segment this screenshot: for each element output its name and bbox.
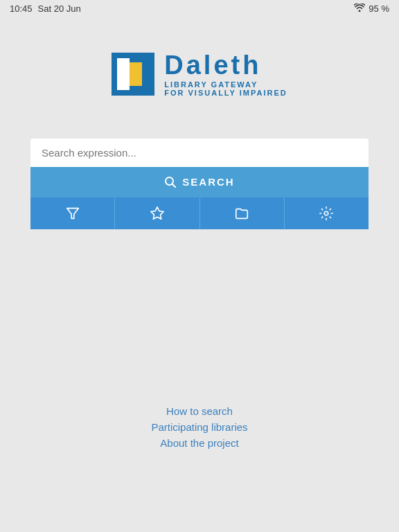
favorites-button[interactable] [115,197,200,229]
star-icon [150,206,165,221]
how-to-search-link[interactable]: How to search [166,405,233,417]
svg-rect-3 [142,58,149,65]
status-left: 10:45 Sat 20 Jun [10,3,81,14]
action-buttons [30,197,369,229]
status-right: 95 % [354,3,389,14]
filter-button[interactable] [30,197,115,229]
folder-icon [234,206,249,221]
about-the-project-link[interactable]: About the project [160,437,238,449]
participating-libraries-link[interactable]: Participating libraries [151,421,247,433]
battery-level: 95 % [369,3,389,14]
svg-marker-7 [151,207,163,219]
svg-rect-2 [130,62,142,86]
status-date: Sat 20 Jun [38,3,81,14]
logo-icon [112,53,154,96]
logo-subtitle2: FOR VISUALLY IMPAIRED [164,89,287,97]
logo-section: Daleth LIBRARY GATEWAY FOR VISUALLY IMPA… [0,17,399,139]
logo-text: Daleth LIBRARY GATEWAY FOR VISUALLY IMPA… [164,51,287,97]
wifi-icon [354,3,365,14]
logo-subtitle1: LIBRARY GATEWAY [164,80,287,89]
search-input[interactable] [30,139,369,167]
search-button[interactable]: SEARCH [30,167,369,197]
status-bar: 10:45 Sat 20 Jun 95 % [0,0,399,17]
svg-rect-1 [117,58,130,90]
svg-point-8 [325,211,329,215]
folder-button[interactable] [200,197,285,229]
status-time: 10:45 [10,3,33,14]
links-section: How to search Participating libraries Ab… [0,405,399,449]
svg-line-5 [172,184,176,187]
search-section: SEARCH [0,139,399,229]
search-icon [164,176,177,188]
svg-marker-6 [66,208,78,218]
logo-container: Daleth LIBRARY GATEWAY FOR VISUALLY IMPA… [112,51,287,97]
logo-title: Daleth [164,51,287,80]
search-button-label: SEARCH [182,176,234,188]
filter-icon [65,206,80,221]
gear-icon [319,206,334,221]
settings-button[interactable] [285,197,369,229]
